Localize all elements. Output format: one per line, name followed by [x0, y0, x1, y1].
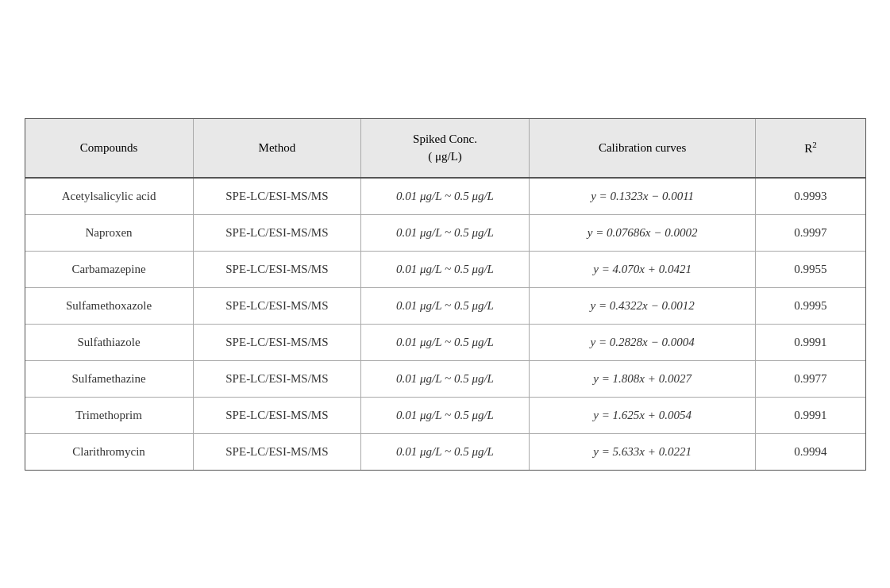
cell-method: SPE-LC/ESI-MS/MS: [193, 397, 361, 433]
cell-method: SPE-LC/ESI-MS/MS: [193, 178, 361, 215]
cell-r2: 0.9955: [756, 251, 865, 287]
table-container: Compounds Method Spiked Conc. ( μg/L) Ca…: [25, 118, 866, 471]
cell-spiked: 0.01 μg/L ~ 0.5 μg/L: [361, 397, 530, 433]
cell-compound: Carbamazepine: [25, 251, 194, 287]
table-row: SulfamethoxazoleSPE-LC/ESI-MS/MS0.01 μg/…: [25, 287, 865, 324]
cell-compound: Acetylsalicylic acid: [25, 178, 194, 215]
cell-compound: Clarithromycin: [25, 433, 194, 470]
cell-method: SPE-LC/ESI-MS/MS: [193, 433, 361, 470]
cell-compound: Sulfamethazine: [25, 360, 194, 397]
cell-r2: 0.9994: [756, 433, 865, 470]
cell-method: SPE-LC/ESI-MS/MS: [193, 360, 361, 397]
cell-calibration: y = 1.808x + 0.0027: [529, 360, 756, 397]
header-method: Method: [193, 119, 361, 178]
cell-calibration: y = 0.4322x − 0.0012: [529, 287, 756, 324]
cell-spiked: 0.01 μg/L ~ 0.5 μg/L: [361, 360, 530, 397]
cell-calibration: y = 5.633x + 0.0221: [529, 433, 756, 470]
cell-compound: Trimethoprim: [25, 397, 194, 433]
cell-method: SPE-LC/ESI-MS/MS: [193, 251, 361, 287]
cell-compound: Sulfathiazole: [25, 324, 194, 360]
table-row: ClarithromycinSPE-LC/ESI-MS/MS0.01 μg/L …: [25, 433, 865, 470]
cell-calibration: y = 1.625x + 0.0054: [529, 397, 756, 433]
cell-spiked: 0.01 μg/L ~ 0.5 μg/L: [361, 214, 530, 251]
cell-spiked: 0.01 μg/L ~ 0.5 μg/L: [361, 324, 530, 360]
cell-method: SPE-LC/ESI-MS/MS: [193, 287, 361, 324]
header-calibration-curves: Calibration curves: [529, 119, 756, 178]
header-r2: R2: [756, 119, 865, 178]
table-row: Acetylsalicylic acidSPE-LC/ESI-MS/MS0.01…: [25, 178, 865, 215]
header-compounds: Compounds: [25, 119, 194, 178]
header-spiked-conc: Spiked Conc. ( μg/L): [361, 119, 530, 178]
cell-calibration: y = 4.070x + 0.0421: [529, 251, 756, 287]
cell-spiked: 0.01 μg/L ~ 0.5 μg/L: [361, 178, 530, 215]
cell-r2: 0.9977: [756, 360, 865, 397]
cell-r2: 0.9997: [756, 214, 865, 251]
table-row: SulfamethazineSPE-LC/ESI-MS/MS0.01 μg/L …: [25, 360, 865, 397]
cell-compound: Sulfamethoxazole: [25, 287, 194, 324]
cell-calibration: y = 0.07686x − 0.0002: [529, 214, 756, 251]
table-row: NaproxenSPE-LC/ESI-MS/MS0.01 μg/L ~ 0.5 …: [25, 214, 865, 251]
cell-calibration: y = 0.1323x − 0.0011: [529, 178, 756, 215]
table-row: TrimethoprimSPE-LC/ESI-MS/MS0.01 μg/L ~ …: [25, 397, 865, 433]
cell-method: SPE-LC/ESI-MS/MS: [193, 324, 361, 360]
cell-r2: 0.9991: [756, 397, 865, 433]
cell-spiked: 0.01 μg/L ~ 0.5 μg/L: [361, 433, 530, 470]
data-table: Compounds Method Spiked Conc. ( μg/L) Ca…: [25, 119, 865, 470]
cell-spiked: 0.01 μg/L ~ 0.5 μg/L: [361, 251, 530, 287]
cell-r2: 0.9993: [756, 178, 865, 215]
cell-r2: 0.9995: [756, 287, 865, 324]
cell-r2: 0.9991: [756, 324, 865, 360]
header-row: Compounds Method Spiked Conc. ( μg/L) Ca…: [25, 119, 865, 178]
table-row: SulfathiazoleSPE-LC/ESI-MS/MS0.01 μg/L ~…: [25, 324, 865, 360]
table-row: CarbamazepineSPE-LC/ESI-MS/MS0.01 μg/L ~…: [25, 251, 865, 287]
cell-compound: Naproxen: [25, 214, 194, 251]
cell-spiked: 0.01 μg/L ~ 0.5 μg/L: [361, 287, 530, 324]
cell-calibration: y = 0.2828x − 0.0004: [529, 324, 756, 360]
cell-method: SPE-LC/ESI-MS/MS: [193, 214, 361, 251]
